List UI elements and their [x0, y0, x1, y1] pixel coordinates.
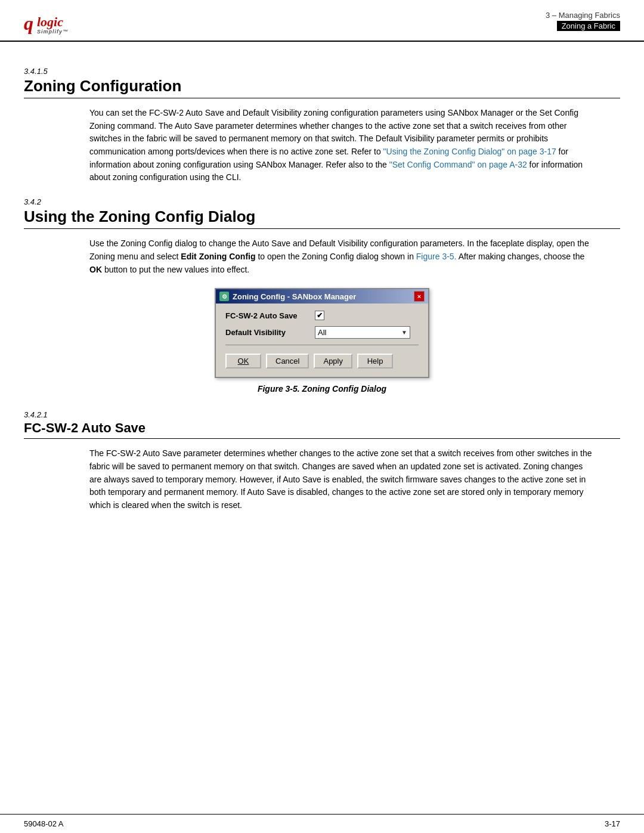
dialog-divider [225, 345, 419, 345]
header-right: 3 – Managing Fabrics Zoning a Fabric [546, 11, 620, 31]
page-header: q logic Simplify™ 3 – Managing Fabrics Z… [0, 0, 644, 42]
footer-right: 3-17 [605, 819, 620, 828]
logo-area: q logic Simplify™ [24, 11, 78, 36]
dialog-titlebar: ⚙ Zoning Config - SANbox Manager × [216, 289, 428, 304]
dropdown-arrow-icon: ▼ [401, 329, 407, 336]
visibility-label: Default Visibility [225, 328, 315, 337]
autosave-label: FC-SW-2 Auto Save [225, 311, 315, 320]
dialog-box: ⚙ Zoning Config - SANbox Manager × FC-SW… [215, 288, 429, 378]
help-button[interactable]: Help [357, 354, 393, 368]
section-3421-number: 3.4.2.1 [24, 410, 620, 419]
bold-edit-zoning: Edit Zoning Config [181, 252, 255, 261]
bold-ok: OK [89, 265, 102, 274]
cancel-button[interactable]: Cancel [266, 354, 309, 368]
link-set-config[interactable]: "Set Config Command" on page A-32 [389, 160, 527, 169]
dialog-body: FC-SW-2 Auto Save ✔ Default Visibility A… [216, 304, 428, 377]
visibility-value: All [318, 328, 326, 337]
link-zoning-config[interactable]: "Using the Zoning Config Dialog" on page… [383, 147, 556, 156]
link-figure-35[interactable]: Figure 3-5. [416, 252, 457, 261]
logo-text: q logic Simplify™ [24, 11, 78, 36]
section-342-heading: Using the Zoning Config Dialog [24, 208, 620, 229]
page-footer: 59048-02 A 3-17 [0, 814, 644, 833]
section-3421-heading: FC-SW-2 Auto Save [24, 420, 620, 439]
svg-text:Simplify™: Simplify™ [37, 29, 69, 35]
apply-button[interactable]: Apply [314, 354, 352, 368]
chapter-title: 3 – Managing Fabrics [546, 11, 620, 20]
svg-text:q: q [24, 13, 33, 34]
dialog-app-icon: ⚙ [219, 292, 229, 301]
section-341-body: You can set the FC-SW-2 Auto Save and De… [89, 107, 596, 184]
dialog-title: Zoning Config - SANbox Manager [233, 292, 356, 301]
dialog-close-button[interactable]: × [414, 291, 425, 302]
dialog-titlebar-left: ⚙ Zoning Config - SANbox Manager [219, 292, 356, 301]
ok-button[interactable]: OK [225, 354, 261, 368]
visibility-row: Default Visibility All ▼ [225, 326, 419, 339]
section-bar: Zoning a Fabric [557, 21, 620, 31]
section-342-number: 3.4.2 [24, 197, 620, 206]
figure-container: ⚙ Zoning Config - SANbox Manager × FC-SW… [24, 288, 620, 394]
visibility-select[interactable]: All ▼ [315, 326, 410, 339]
body-342-2: to open the Zoning Config dialog shown i… [256, 252, 416, 261]
body-342-3: After making changes, choose the [457, 252, 585, 261]
page-content: 3.4.1.5 Zoning Configuration You can set… [0, 42, 644, 544]
section-342-body: Use the Zoning Config dialog to change t… [89, 237, 596, 276]
autosave-checkbox[interactable]: ✔ [315, 311, 324, 320]
svg-text:logic: logic [37, 14, 63, 29]
dialog-buttons: OK Cancel Apply Help [225, 350, 419, 371]
figure-caption: Figure 3-5. Zoning Config Dialog [258, 384, 386, 394]
section-3421-body: The FC-SW-2 Auto Save parameter determin… [89, 447, 596, 512]
section-341-heading: Zoning Configuration [24, 77, 620, 98]
autosave-row: FC-SW-2 Auto Save ✔ [225, 311, 419, 320]
footer-left: 59048-02 A [24, 819, 64, 828]
section-341-number: 3.4.1.5 [24, 67, 620, 76]
body-342-4: button to put the new values into effect… [102, 265, 249, 274]
